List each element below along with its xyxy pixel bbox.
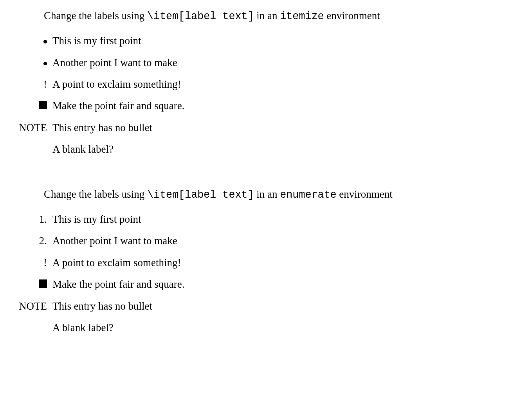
intro-text: in an [254, 188, 280, 200]
enumerate-list: 1. This is my first point 2. Another poi… [5, 212, 530, 335]
intro-code: \item[label text] [147, 189, 254, 201]
intro-text: environment [337, 188, 393, 200]
intro-text: in an [254, 10, 280, 22]
list-item: A blank label? [5, 321, 530, 335]
document-page: Change the labels using \item[label text… [0, 0, 530, 335]
exclaim-icon: ! [43, 77, 47, 91]
list-item: Make the point fair and square. [5, 99, 530, 113]
list-item: NOTE This entry has no bullet [5, 299, 530, 313]
list-item: This is my first point [5, 34, 530, 48]
list-item: 1. This is my first point [5, 212, 530, 226]
note-label: NOTE [19, 299, 47, 313]
item-content: Another point I want to make [52, 56, 530, 70]
bullet-icon [43, 40, 47, 43]
itemize-list: This is my first point Another point I w… [5, 34, 530, 157]
enumerate-intro: Change the labels using \item[label text… [44, 187, 530, 202]
intro-text: environment [324, 10, 380, 22]
item-content: This is my first point [52, 34, 530, 48]
item-label [5, 279, 52, 288]
item-content: Make the point fair and square. [52, 277, 530, 291]
item-label: ! [5, 256, 52, 270]
blacksquare-icon [39, 101, 47, 109]
item-content: A blank label? [52, 142, 530, 156]
exclaim-icon: ! [43, 256, 47, 270]
item-label: 1. [5, 212, 52, 226]
item-label [5, 41, 52, 44]
list-item: ! A point to exclaim something! [5, 256, 530, 270]
item-label [5, 101, 52, 109]
item-label [5, 63, 52, 66]
intro-text: Change the labels using [44, 188, 147, 200]
intro-text: Change the labels using [44, 10, 147, 22]
item-label: 2. [5, 234, 52, 248]
item-content: This entry has no bullet [52, 121, 530, 135]
item-content: Make the point fair and square. [52, 99, 530, 113]
blacksquare-icon [39, 279, 47, 288]
intro-env: enumerate [280, 189, 336, 201]
item-content: This entry has no bullet [52, 299, 530, 313]
item-content: A point to exclaim something! [52, 256, 530, 270]
list-item: Another point I want to make [5, 56, 530, 70]
list-item: 2. Another point I want to make [5, 234, 530, 248]
list-item: A blank label? [5, 142, 530, 156]
bullet-icon [43, 62, 47, 65]
note-label: NOTE [19, 121, 47, 135]
item-content: This is my first point [52, 212, 530, 226]
item-label: NOTE [5, 299, 52, 313]
intro-env: itemize [280, 11, 324, 22]
section-gap [5, 172, 530, 187]
list-item: ! A point to exclaim something! [5, 77, 530, 91]
item-label: ! [5, 77, 52, 91]
intro-code: \item[label text] [147, 11, 254, 22]
list-item: Make the point fair and square. [5, 277, 530, 291]
item-label: NOTE [5, 121, 52, 135]
item-content: A point to exclaim something! [52, 77, 530, 91]
itemize-intro: Change the labels using \item[label text… [44, 9, 530, 23]
item-content: Another point I want to make [52, 234, 530, 248]
number-label: 1. [39, 212, 47, 226]
item-content: A blank label? [52, 321, 530, 335]
number-label: 2. [39, 234, 47, 248]
list-item: NOTE This entry has no bullet [5, 121, 530, 135]
